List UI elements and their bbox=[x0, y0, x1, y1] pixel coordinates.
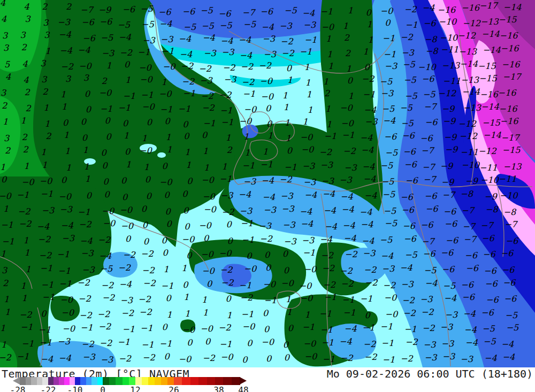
temp-value: 1 bbox=[142, 133, 147, 143]
temp-value: −2 bbox=[320, 250, 333, 260]
temp-value: −5 bbox=[184, 22, 196, 32]
temp-value: −4 bbox=[300, 206, 312, 217]
temp-value: −7 bbox=[422, 236, 435, 247]
temp-value: 1 bbox=[284, 102, 289, 112]
temp-value: −0 bbox=[182, 234, 195, 244]
temp-value: −7 bbox=[480, 220, 494, 230]
colorbar-segment bbox=[42, 377, 48, 385]
temp-value: 1 bbox=[167, 144, 172, 155]
lake-2 bbox=[157, 152, 166, 158]
temp-value: −3 bbox=[401, 279, 414, 289]
temp-value: −3 bbox=[339, 175, 353, 185]
temp-value: −0 bbox=[200, 324, 213, 334]
temp-value: −6 bbox=[441, 248, 454, 258]
temp-value: −3 bbox=[263, 49, 277, 59]
temp-value: −6 bbox=[506, 236, 519, 246]
temp-value: −4 bbox=[262, 192, 275, 202]
temp-value: −0 bbox=[201, 175, 215, 185]
temp-value: −1 bbox=[363, 89, 376, 99]
temp-value: 2 bbox=[2, 101, 7, 111]
temp-value: 5 bbox=[4, 59, 10, 70]
temp-value: −3 bbox=[102, 48, 115, 58]
temp-value: −15 bbox=[499, 14, 517, 25]
colorbar-tick-label: 26 bbox=[169, 385, 179, 392]
temp-value: −4 bbox=[360, 207, 372, 217]
temp-value: −2 bbox=[362, 74, 374, 84]
temp-value: −3 bbox=[281, 204, 295, 214]
temp-value: −0 bbox=[261, 337, 274, 347]
temp-value: −1 bbox=[242, 160, 255, 171]
temp-value: −4 bbox=[425, 278, 438, 288]
temp-value: −4 bbox=[463, 309, 476, 319]
temp-value: −0 bbox=[259, 76, 273, 86]
colorbar-right-arrow-icon bbox=[240, 377, 247, 385]
temp-value: −0 bbox=[140, 74, 153, 84]
temp-value: 1 bbox=[286, 294, 291, 304]
temp-value: −1 bbox=[360, 294, 373, 304]
temp-value: −5 bbox=[404, 91, 417, 101]
temp-value: −4 bbox=[60, 220, 73, 230]
temp-value: −0 bbox=[300, 293, 314, 303]
temp-value: −6 bbox=[260, 6, 273, 17]
temp-value: −16 bbox=[461, 3, 480, 13]
temp-value: −14 bbox=[482, 29, 500, 39]
temp-value: −3 bbox=[424, 352, 438, 363]
temp-value: −2 bbox=[201, 91, 213, 101]
temp-value: −2 bbox=[142, 265, 155, 275]
temp-value: −3 bbox=[224, 74, 237, 84]
temp-value: −6 bbox=[486, 295, 499, 305]
temp-value: −4 bbox=[179, 34, 192, 44]
temp-value: −4 bbox=[180, 49, 193, 59]
colorbar-segment bbox=[64, 377, 70, 385]
temp-value: −6 bbox=[400, 192, 414, 202]
temp-value: −4 bbox=[344, 324, 357, 334]
temp-value: −0 bbox=[103, 218, 116, 228]
temperature-map-canvas: 4422−7−9−6−5−6−6−5−6−7−6−5−4−110−0−2−4−1… bbox=[0, 0, 535, 367]
temp-value: −1 bbox=[20, 322, 33, 332]
temp-value: −2 bbox=[118, 353, 131, 364]
temp-value: −6 bbox=[425, 117, 438, 127]
temp-value: 1 bbox=[26, 264, 31, 274]
temp-value: −4 bbox=[261, 175, 274, 186]
colorbar-segment bbox=[161, 377, 168, 385]
temp-value: 1 bbox=[45, 46, 50, 56]
temp-value: −6 bbox=[402, 130, 415, 141]
temp-value: −2 bbox=[363, 339, 376, 349]
temp-value: −5 bbox=[380, 235, 393, 245]
temp-value: −2 bbox=[383, 280, 396, 290]
temp-value: −2 bbox=[421, 307, 434, 317]
temp-value: −14 bbox=[483, 130, 502, 140]
temp-value: −16 bbox=[502, 59, 521, 70]
temp-value: 1 bbox=[185, 309, 190, 319]
temp-value: −2 bbox=[221, 278, 234, 288]
temp-value: 1 bbox=[1, 340, 6, 350]
temp-value: −0 bbox=[119, 205, 133, 215]
temp-value: −9 bbox=[445, 144, 458, 155]
temp-value: −5 bbox=[141, 19, 154, 29]
temp-value: −0 bbox=[182, 325, 196, 335]
temp-value: −0 bbox=[62, 324, 75, 334]
temp-value: −1 bbox=[1, 220, 13, 230]
temp-value: −0 bbox=[321, 22, 334, 32]
temp-value: −0 bbox=[304, 351, 318, 362]
temp-value: −0 bbox=[40, 176, 53, 186]
temp-value: −4 bbox=[361, 219, 373, 229]
temp-value: 2 bbox=[25, 87, 30, 97]
colorbar-segment bbox=[167, 377, 174, 385]
temp-value: −1 bbox=[161, 281, 174, 291]
temp-value: −2 bbox=[79, 310, 92, 320]
temp-value: 1 bbox=[83, 145, 88, 155]
temp-value: 2 bbox=[5, 145, 11, 156]
temp-value: 1 bbox=[62, 102, 67, 112]
temp-value: −4 bbox=[362, 236, 374, 246]
temp-value: −2 bbox=[19, 219, 32, 229]
temp-value: −9 bbox=[444, 132, 457, 142]
temp-value: −4 bbox=[240, 50, 253, 60]
colorbar-segment bbox=[190, 377, 199, 385]
temp-value: −6 bbox=[404, 159, 417, 170]
colorbar-segment bbox=[70, 377, 75, 385]
temp-value: −4 bbox=[422, 3, 435, 13]
temp-value: −2 bbox=[280, 36, 293, 47]
temp-value: −12 bbox=[457, 30, 476, 41]
temp-value: −7 bbox=[424, 102, 437, 112]
